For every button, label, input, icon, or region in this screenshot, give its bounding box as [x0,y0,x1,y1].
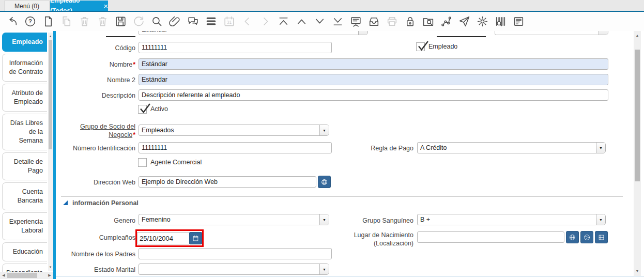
grupo-sanguineo-field[interactable]: ▼ [417,214,606,225]
empleado-checkbox[interactable]: Empleado [416,42,457,51]
scroll-up-icon[interactable]: ▲ [634,32,641,39]
sidebar-hscroll-thumb[interactable] [7,273,37,278]
map-icon [597,234,605,241]
archive-icon[interactable] [367,15,380,28]
find-icon[interactable] [150,15,163,28]
genero-field[interactable]: ▼ [139,214,329,225]
lugar-nacimiento-input[interactable] [418,232,564,242]
nombre-field[interactable] [139,58,608,70]
preferences-icon[interactable] [476,15,489,28]
sidebar-item-detalle-de-pago[interactable]: Detalle de Pago [2,152,47,180]
location-map-button[interactable] [595,231,608,243]
grupo-sanguineo-label: Grupo Sanguíneo [336,216,413,225]
empleado-checkbox-label: Empleado [428,42,457,50]
estado-marital-field[interactable]: ▼ [139,264,329,275]
regla-pago-input[interactable] [418,143,596,153]
cumpleanos-field[interactable] [137,232,189,244]
main-scroll-thumb[interactable] [635,50,640,181]
activo-checkbox[interactable]: Activo [138,105,168,114]
workflow-icon[interactable] [439,15,453,28]
codigo-input[interactable] [139,42,331,53]
detail-record-icon[interactable] [313,15,326,28]
sidebar-item-informacion-de-contrato[interactable]: Información de Contrato [2,54,47,82]
nombre2-field[interactable] [139,74,608,85]
collapse-triangle-icon[interactable] [63,200,68,205]
location-world-button[interactable] [580,231,593,243]
first-record-icon[interactable] [277,15,290,28]
globe-icon [320,178,328,186]
save-icon[interactable] [114,15,127,28]
report-icon[interactable] [349,15,362,28]
lugar-nacimiento-field[interactable] [417,231,564,243]
private-lock-icon[interactable] [403,15,417,28]
grupo-socio-input[interactable] [139,125,319,135]
sidebar-vertical-scrollbar[interactable]: ▲ ▼ [48,33,53,271]
web-globe-button[interactable] [318,176,331,188]
estado-marital-input[interactable] [139,264,319,274]
genero-input[interactable] [139,214,319,225]
codigo-field[interactable] [139,42,332,53]
regla-pago-field[interactable]: ▼ [417,142,606,153]
sidebar-horizontal-scrollbar[interactable]: ◀ ▶ [0,272,53,279]
scroll-down-icon[interactable]: ▼ [634,268,641,275]
numero-identificacion-field[interactable] [139,142,332,153]
app-window: Menú (0) Empleado (Todos) × ?31 Empleado… [0,0,644,279]
descripcion-input[interactable] [139,90,608,100]
new-record-icon[interactable] [41,15,55,28]
grupo-sanguineo-input[interactable] [418,214,596,225]
nombre2-input[interactable] [139,74,608,85]
scroll-up-icon[interactable]: ▲ [48,33,53,40]
calendar-picker-button[interactable] [189,232,202,244]
log-icon[interactable] [512,15,525,28]
dropdown-button[interactable]: ▼ [319,125,329,135]
sidebar-scroll-thumb[interactable] [49,40,52,149]
close-tab-icon[interactable]: × [103,2,108,10]
product-info-icon[interactable] [494,15,507,28]
sidebar-item-empleado[interactable]: Empleado [2,33,47,52]
agente-comercial-checkbox[interactable]: Agente Comercial [138,158,202,167]
sidebar-item-dependiente[interactable]: Dependiente [2,264,47,272]
dropdown-button[interactable]: ▼ [596,143,605,153]
dropdown-button[interactable]: ▼ [596,214,605,225]
scroll-left-icon[interactable]: ◀ [0,272,7,279]
location-globe-button[interactable] [566,231,579,243]
tab-menu[interactable]: Menú (0) [4,1,50,11]
scroll-down-icon[interactable]: ▼ [48,264,53,271]
delete-record-icon [78,15,91,28]
send-mail-icon[interactable] [457,15,471,28]
checkbox-box[interactable] [138,158,147,167]
nombre-padres-field[interactable] [139,248,332,259]
dropdown-button[interactable]: ▼ [319,214,329,225]
last-record-icon[interactable] [331,15,344,28]
direccion-web-field[interactable] [139,176,316,188]
direccion-web-input[interactable] [139,177,316,187]
grupo-socio-label: Grupo de Socio del Negocio* [58,122,135,139]
tab-empleado-todos[interactable]: Empleado (Todos) × [50,1,108,11]
help-icon[interactable]: ? [23,15,37,28]
nombre-padres-input[interactable] [139,249,331,259]
chat-icon[interactable] [186,15,200,28]
main-vertical-scrollbar[interactable]: ▲ ▼ [634,31,641,276]
scroll-right-icon[interactable]: ▶ [46,272,53,279]
clipped-label-fragment [437,36,486,37]
sidebar-item-cuenta-bancaria[interactable]: Cuenta Bancaria [2,182,47,210]
zoom-across-icon[interactable] [421,15,435,28]
checkbox-box[interactable] [138,105,147,114]
calendar-icon [192,235,200,242]
nombre-input[interactable] [139,59,608,69]
descripcion-field[interactable] [139,89,608,101]
grid-toggle-icon[interactable] [204,15,218,28]
sidebar-item-educacion[interactable]: Educación [2,242,47,261]
numero-identificacion-input[interactable] [139,143,331,153]
sidebar-item-experiencia-laboral[interactable]: Experiencia Laboral [2,212,47,240]
grupo-socio-field[interactable]: ▼ [139,125,329,136]
dropdown-button[interactable]: ▼ [319,264,329,274]
parent-record-icon[interactable] [295,15,308,28]
attachment-icon[interactable] [168,15,181,28]
checkbox-box[interactable] [416,42,425,51]
sidebar-item-atributo-de-empleado[interactable]: Atributo de Empleado [2,84,47,112]
cumpleanos-input[interactable] [137,233,189,244]
undo-icon[interactable] [5,15,19,28]
svg-text:?: ? [28,18,32,24]
sidebar-item-dias-libres-de-la-semana[interactable]: Días Libres de la Semana [2,114,47,150]
